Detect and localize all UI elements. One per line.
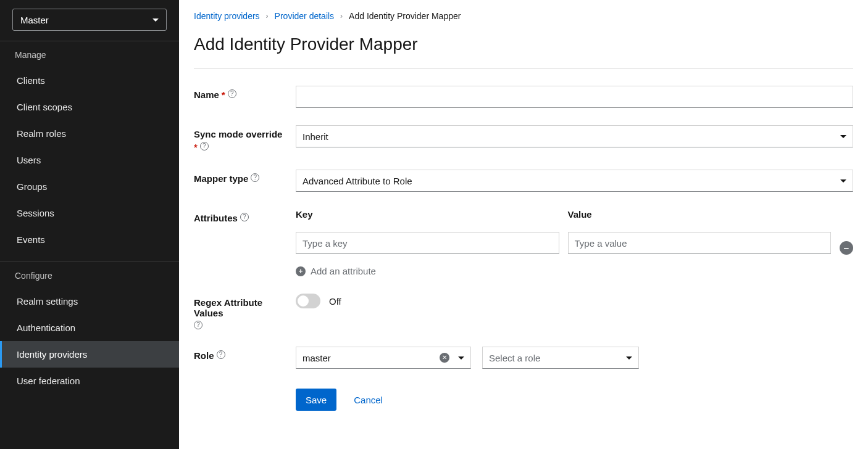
caret-down-icon bbox=[626, 356, 632, 360]
sidebar: Master Manage Clients Client scopes Real… bbox=[0, 0, 179, 449]
realm-selected: Master bbox=[20, 15, 49, 25]
role-client-value: master bbox=[303, 353, 435, 363]
name-label: Name * ? bbox=[194, 86, 296, 108]
breadcrumb: Identity providers › Provider details › … bbox=[179, 11, 868, 21]
sync-mode-value: Inherit bbox=[303, 131, 328, 142]
nav-item-client-scopes[interactable]: Client scopes bbox=[0, 94, 179, 120]
nav-item-events[interactable]: Events bbox=[0, 226, 179, 253]
add-attribute-button[interactable]: + Add an attribute bbox=[296, 266, 853, 276]
breadcrumb-link-2[interactable]: Provider details bbox=[275, 11, 335, 21]
name-input[interactable] bbox=[296, 86, 853, 108]
form: Name * ? Sync mode override * ? Inherit bbox=[179, 86, 868, 411]
help-icon[interactable]: ? bbox=[217, 350, 225, 359]
help-icon[interactable]: ? bbox=[194, 321, 202, 329]
plus-circle-icon: + bbox=[296, 266, 306, 276]
help-icon[interactable]: ? bbox=[240, 213, 249, 221]
caret-down-icon bbox=[840, 135, 846, 138]
nav-item-authentication[interactable]: Authentication bbox=[0, 315, 179, 341]
clear-icon[interactable]: ✕ bbox=[440, 353, 449, 363]
nav-item-identity-providers[interactable]: Identity providers bbox=[0, 341, 179, 368]
nav-item-user-federation[interactable]: User federation bbox=[0, 368, 179, 394]
nav-header-configure: Configure bbox=[0, 262, 179, 288]
sync-mode-select[interactable]: Inherit bbox=[296, 125, 853, 147]
sync-mode-label: Sync mode override * ? bbox=[194, 125, 296, 152]
toggle-knob bbox=[298, 295, 309, 307]
help-icon[interactable]: ? bbox=[200, 142, 209, 150]
realm-selector-wrapper: Master bbox=[0, 0, 179, 41]
mapper-type-select[interactable]: Advanced Attribute to Role bbox=[296, 170, 853, 192]
nav-item-clients[interactable]: Clients bbox=[0, 67, 179, 94]
nav-item-users[interactable]: Users bbox=[0, 147, 179, 173]
attributes-value-header: Value bbox=[568, 209, 832, 220]
caret-down-icon bbox=[840, 179, 846, 183]
mapper-type-label: Mapper type ? bbox=[194, 170, 296, 192]
nav-item-realm-settings[interactable]: Realm settings bbox=[0, 288, 179, 315]
chevron-right-icon: › bbox=[340, 12, 343, 20]
cancel-button[interactable]: Cancel bbox=[354, 395, 383, 405]
nav-header-manage: Manage bbox=[0, 41, 179, 67]
save-button[interactable]: Save bbox=[296, 389, 336, 411]
attribute-key-input[interactable] bbox=[296, 232, 559, 254]
nav-item-realm-roles[interactable]: Realm roles bbox=[0, 120, 179, 147]
nav-item-groups[interactable]: Groups bbox=[0, 173, 179, 200]
breadcrumb-current: Add Identity Provider Mapper bbox=[349, 11, 461, 21]
attributes-label: Attributes ? bbox=[194, 209, 296, 276]
required-indicator: * bbox=[222, 89, 225, 100]
attributes-key-header: Key bbox=[296, 209, 559, 220]
role-client-select[interactable]: master ✕ bbox=[296, 347, 471, 369]
main-content: Identity providers › Provider details › … bbox=[179, 0, 868, 449]
minus-icon: − bbox=[844, 244, 849, 253]
role-role-placeholder: Select a role bbox=[489, 353, 617, 363]
caret-down-icon bbox=[152, 19, 159, 22]
regex-toggle[interactable] bbox=[296, 294, 320, 308]
role-label: Role ? bbox=[194, 347, 296, 369]
help-icon[interactable]: ? bbox=[251, 173, 259, 182]
realm-dropdown[interactable]: Master bbox=[12, 9, 167, 31]
regex-toggle-state: Off bbox=[329, 296, 341, 307]
add-attribute-label: Add an attribute bbox=[311, 266, 376, 276]
mapper-type-value: Advanced Attribute to Role bbox=[303, 176, 412, 186]
required-indicator: * bbox=[194, 142, 198, 152]
caret-down-icon bbox=[458, 356, 464, 360]
remove-attribute-button[interactable]: − bbox=[840, 241, 853, 255]
role-role-select[interactable]: Select a role bbox=[482, 347, 639, 369]
attribute-value-input[interactable] bbox=[568, 232, 832, 254]
page-title: Add Identity Provider Mapper bbox=[179, 35, 868, 54]
breadcrumb-link-1[interactable]: Identity providers bbox=[194, 11, 260, 21]
help-icon[interactable]: ? bbox=[228, 89, 236, 98]
chevron-right-icon: › bbox=[266, 12, 269, 20]
regex-label: Regex Attribute Values ? bbox=[194, 294, 296, 329]
nav-item-sessions[interactable]: Sessions bbox=[0, 200, 179, 226]
divider bbox=[194, 68, 853, 68]
